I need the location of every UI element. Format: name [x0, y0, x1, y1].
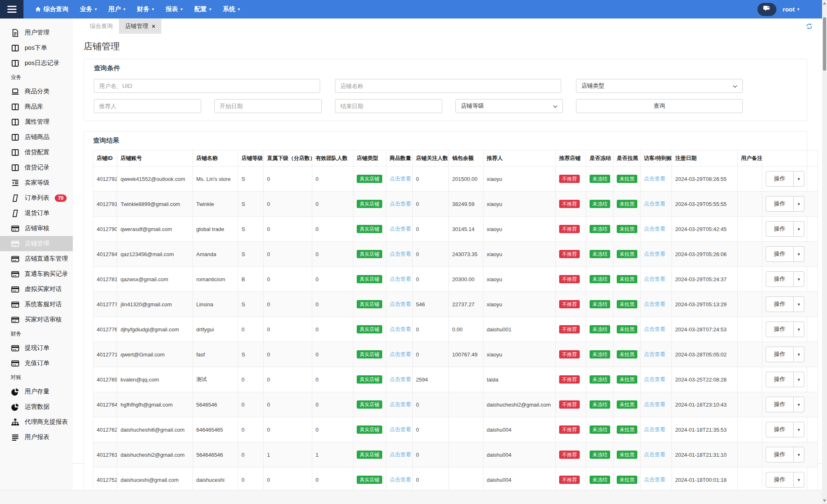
sidebar-item[interactable]: 充值订单 [0, 356, 73, 371]
goods-view-link[interactable]: 点击查看 [390, 401, 411, 407]
action-caret-button[interactable]: ▾ [794, 422, 804, 437]
visitors-view-link[interactable]: 点击查看 [644, 451, 665, 458]
sidebar-item[interactable]: 订单列表70 [0, 190, 73, 206]
action-button[interactable]: 操作 [766, 347, 794, 362]
action-split-button[interactable]: 操作▾ [766, 196, 804, 212]
menu-toggle-button[interactable] [0, 0, 23, 18]
goods-view-link[interactable]: 点击查看 [390, 201, 411, 207]
visitors-view-link[interactable]: 点击查看 [644, 326, 665, 332]
action-button[interactable]: 操作 [766, 372, 794, 387]
sidebar-item[interactable]: 借贷配置 [0, 145, 73, 160]
action-split-button[interactable]: 操作▾ [766, 472, 804, 488]
sidebar-item[interactable]: 用户存量 [0, 384, 73, 399]
search-button[interactable]: 查询 [576, 99, 743, 113]
close-icon[interactable]: × [152, 23, 155, 30]
goods-view-link[interactable]: 点击查看 [390, 451, 411, 458]
action-button[interactable]: 操作 [766, 321, 794, 337]
action-button[interactable]: 操作 [766, 422, 794, 437]
goods-view-link[interactable]: 点击查看 [390, 376, 411, 382]
goods-view-link[interactable]: 点击查看 [390, 351, 411, 357]
action-caret-button[interactable]: ▾ [794, 171, 804, 187]
sidebar-item[interactable]: 店铺直通车管理 [0, 251, 73, 266]
action-caret-button[interactable]: ▾ [794, 472, 804, 488]
goods-view-link[interactable]: 点击查看 [390, 476, 411, 483]
nav-item[interactable]: 财务▾ [137, 5, 154, 13]
goods-view-link[interactable]: 点击查看 [390, 426, 411, 432]
action-caret-button[interactable]: ▾ [794, 321, 804, 337]
visitors-view-link[interactable]: 点击查看 [644, 476, 665, 483]
action-caret-button[interactable]: ▾ [794, 246, 804, 262]
sidebar-item[interactable]: 商品分类 [0, 84, 73, 99]
action-caret-button[interactable]: ▾ [794, 296, 804, 312]
sidebar-item[interactable]: 店铺管理 [0, 236, 73, 251]
scroll-up-arrow-icon[interactable] [823, 2, 826, 5]
action-button[interactable]: 操作 [766, 397, 794, 412]
action-split-button[interactable]: 操作▾ [766, 271, 804, 287]
action-split-button[interactable]: 操作▾ [766, 422, 804, 437]
visitors-view-link[interactable]: 点击查看 [644, 376, 665, 382]
refresh-icon[interactable] [806, 23, 813, 30]
visitors-view-link[interactable]: 点击查看 [644, 226, 665, 232]
sidebar-item[interactable]: pos下单 [0, 40, 73, 55]
action-split-button[interactable]: 操作▾ [766, 372, 804, 387]
sidebar-item[interactable]: 卖家等级 [0, 175, 73, 190]
nav-item[interactable]: 报表▾ [166, 5, 183, 13]
nav-item[interactable]: 系统▾ [223, 5, 240, 13]
sidebar-item[interactable]: 提现订单 [0, 340, 73, 356]
action-split-button[interactable]: 操作▾ [766, 397, 804, 412]
visitors-view-link[interactable]: 点击查看 [644, 176, 665, 182]
action-caret-button[interactable]: ▾ [794, 221, 804, 237]
visitors-view-link[interactable]: 点击查看 [644, 426, 665, 432]
sidebar-item[interactable]: 商品库 [0, 99, 73, 114]
end-date-input[interactable] [335, 99, 442, 113]
referrer-input[interactable] [94, 99, 201, 113]
action-caret-button[interactable]: ▾ [794, 347, 804, 362]
goods-view-link[interactable]: 点击查看 [390, 276, 411, 282]
action-caret-button[interactable]: ▾ [794, 196, 804, 212]
visitors-view-link[interactable]: 点击查看 [644, 401, 665, 407]
sidebar-item[interactable]: pos日志记录 [0, 55, 73, 71]
start-date-input[interactable] [214, 99, 322, 113]
action-button[interactable]: 操作 [766, 271, 794, 287]
action-button[interactable]: 操作 [766, 196, 794, 212]
action-caret-button[interactable]: ▾ [794, 271, 804, 287]
sidebar-item[interactable]: 虚拟买家对话 [0, 282, 73, 297]
sidebar-item[interactable]: 退货订单 [0, 206, 73, 221]
sidebar-item[interactable]: 用户报表 [0, 430, 73, 445]
action-caret-button[interactable]: ▾ [794, 397, 804, 412]
action-button[interactable]: 操作 [766, 472, 794, 488]
action-button[interactable]: 操作 [766, 246, 794, 262]
sidebar-item[interactable]: 代理商充提报表 [0, 414, 73, 430]
action-split-button[interactable]: 操作▾ [766, 171, 804, 187]
user-menu[interactable]: root ▾ [783, 6, 799, 13]
shop-level-select[interactable]: 店铺等级 [455, 99, 563, 113]
nav-item[interactable]: 用户▾ [109, 5, 126, 13]
visitors-view-link[interactable]: 点击查看 [644, 201, 665, 207]
action-button[interactable]: 操作 [766, 171, 794, 187]
action-split-button[interactable]: 操作▾ [766, 246, 804, 262]
sidebar-item[interactable]: 直通车购买记录 [0, 266, 73, 282]
action-split-button[interactable]: 操作▾ [766, 221, 804, 237]
sidebar-item[interactable]: 借贷记录 [0, 160, 73, 175]
messages-button[interactable] [757, 3, 776, 16]
sidebar-item[interactable]: 店铺商品 [0, 129, 73, 145]
action-split-button[interactable]: 操作▾ [766, 347, 804, 362]
vertical-scrollbar[interactable] [822, 0, 827, 504]
sidebar-item[interactable]: 属性管理 [0, 114, 73, 129]
action-split-button[interactable]: 操作▾ [766, 321, 804, 337]
shop-name-input[interactable] [335, 79, 561, 93]
action-split-button[interactable]: 操作▾ [766, 447, 804, 462]
scrollbar-thumb[interactable] [823, 17, 826, 71]
action-split-button[interactable]: 操作▾ [766, 296, 804, 312]
visitors-view-link[interactable]: 点击查看 [644, 276, 665, 282]
goods-view-link[interactable]: 点击查看 [390, 251, 411, 257]
sidebar-item[interactable]: 用户管理 [0, 25, 73, 40]
goods-view-link[interactable]: 点击查看 [390, 326, 411, 332]
visitors-view-link[interactable]: 点击查看 [644, 301, 665, 307]
nav-item[interactable]: 业务▾ [80, 5, 97, 13]
nav-item[interactable]: 综合查询 [35, 5, 68, 13]
action-caret-button[interactable]: ▾ [794, 372, 804, 387]
visitors-view-link[interactable]: 点击查看 [644, 351, 665, 357]
sidebar-item[interactable]: 运营数据 [0, 399, 73, 414]
goods-view-link[interactable]: 点击查看 [390, 176, 411, 182]
